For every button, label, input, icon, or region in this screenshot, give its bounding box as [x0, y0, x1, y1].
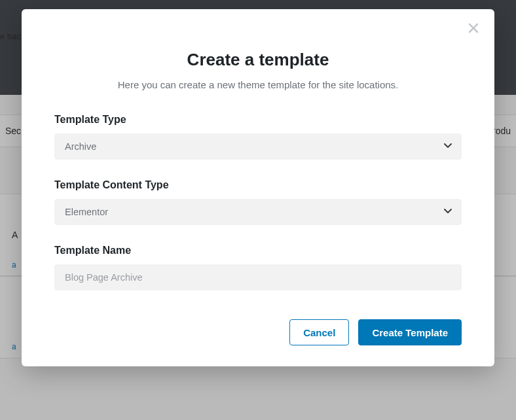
content-type-select[interactable]: Elementor	[54, 199, 462, 225]
close-button[interactable]	[464, 20, 483, 38]
template-type-select[interactable]: Archive	[54, 133, 462, 160]
field-template-type: Template Type Archive	[54, 114, 462, 160]
modal-overlay: Create a template Here you can create a …	[0, 0, 516, 420]
create-template-modal: Create a template Here you can create a …	[22, 9, 494, 366]
create-template-button[interactable]: Create Template	[358, 319, 462, 345]
content-type-select-wrapper: Elementor	[54, 199, 462, 225]
template-name-input[interactable]	[54, 264, 462, 290]
modal-subtitle: Here you can create a new theme template…	[54, 79, 462, 90]
content-type-label: Template Content Type	[54, 179, 462, 191]
template-type-select-wrapper: Archive	[54, 133, 462, 160]
close-icon	[468, 22, 479, 36]
field-content-type: Template Content Type Elementor	[54, 179, 462, 225]
template-type-label: Template Type	[54, 114, 462, 126]
cancel-button[interactable]: Cancel	[289, 319, 349, 345]
modal-footer: Cancel Create Template	[54, 319, 462, 345]
modal-title: Create a template	[54, 50, 462, 70]
template-name-label: Template Name	[54, 245, 462, 256]
field-template-name: Template Name	[54, 245, 462, 290]
